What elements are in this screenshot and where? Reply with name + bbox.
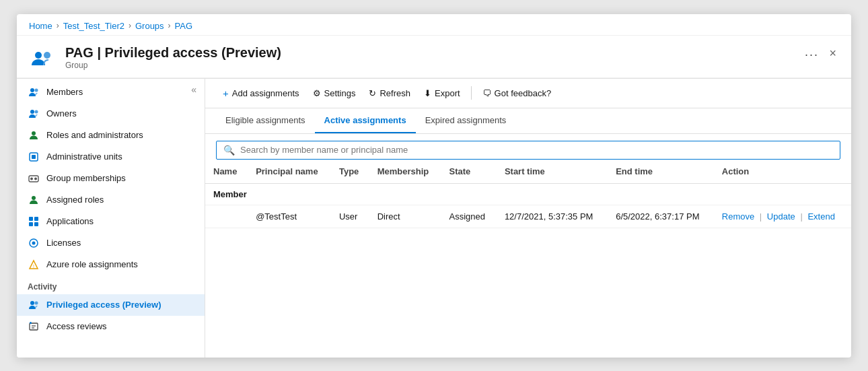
toolbar-separator [471,86,472,100]
group-memberships-icon [28,172,40,184]
sidebar-item-group-memberships[interactable]: Group memberships [17,168,205,189]
cell-principal-name: @TestTest [248,205,331,228]
users-icon [28,86,40,98]
cell-end-time: 6/5/2022, 6:37:17 PM [608,205,714,228]
extend-link[interactable]: Extend [807,211,834,222]
add-assignments-button[interactable]: + Add assignments [216,84,306,102]
sidebar-item-applications[interactable]: Applications [17,211,205,232]
settings-button[interactable]: ⚙ Settings [306,85,363,102]
remove-link[interactable]: Remove [722,211,754,222]
section-label-member: Member [205,183,851,205]
action-sep-2: | [800,211,802,222]
applications-icon [28,215,40,228]
sidebar-label-members: Members [46,87,83,97]
sidebar-item-licenses[interactable]: Licenses [17,232,205,254]
export-icon: ⬇ [424,88,431,98]
svg-point-5 [35,110,38,113]
sidebar-label-roles-admins: Roles and administrators [46,130,143,140]
breadcrumb-pag[interactable]: PAG [175,21,193,31]
svg-point-10 [30,177,33,180]
svg-rect-8 [32,155,36,159]
refresh-icon: ↻ [369,88,376,98]
cell-action: Remove | Update | Extend [714,205,851,228]
svg-point-21 [30,301,34,305]
privileged-access-icon [28,299,40,311]
update-link[interactable]: Update [767,211,795,222]
search-bar: 🔍 [216,141,840,160]
breadcrumb-sep-2: › [129,21,131,30]
col-state: State [441,160,497,184]
sidebar-label-assigned-roles: Assigned roles [46,195,104,205]
tab-eligible-assignments[interactable]: Eligible assignments [216,108,315,133]
sidebar-item-azure-roles[interactable]: ! Azure role assignments [17,254,205,275]
search-input[interactable] [240,145,833,155]
col-end-time: End time [608,160,714,184]
tab-active-assignments[interactable]: Active assignments [315,108,416,133]
sidebar-item-members[interactable]: Members [17,81,205,103]
assignments-table: Name Principal name Type Membership Stat… [205,160,851,228]
col-name: Name [205,160,248,184]
sidebar-label-group-memberships: Group memberships [46,173,126,183]
tabs-bar: Eligible assignments Active assignments … [205,108,851,134]
panel-more-options[interactable]: ··· [805,48,819,62]
sidebar-label-licenses: Licenses [46,238,81,248]
cell-membership: Direct [369,205,441,228]
feedback-button[interactable]: 🗨 Got feedback? [476,85,558,102]
svg-point-0 [35,52,42,59]
panel-title-area: PAG | Privileged access (Preview) Group [65,45,839,70]
sidebar-label-privileged-access: Privileged access (Preview) [46,300,161,310]
cell-state: Assigned [441,205,497,228]
svg-point-22 [35,301,38,304]
panel-close-button[interactable]: × [825,45,840,62]
sidebar-item-roles-admins[interactable]: Roles and administrators [17,125,205,146]
feedback-icon: 🗨 [482,88,491,98]
sidebar: « Members Owners Roles and administrator… [17,79,205,358]
sidebar-label-admin-units: Administrative units [46,151,122,162]
svg-point-12 [32,196,36,200]
sidebar-item-privileged-access[interactable]: Privileged access (Preview) [17,294,205,316]
licenses-icon [28,237,40,249]
svg-point-11 [34,177,37,180]
section-row-member: Member [205,183,851,205]
users-icon-owners [28,108,40,120]
svg-point-4 [30,110,34,114]
sidebar-activity-label: Activity [17,275,205,294]
settings-icon: ⚙ [313,88,321,98]
svg-text:!: ! [33,264,34,269]
svg-rect-15 [29,222,33,226]
breadcrumb-groups[interactable]: Groups [135,21,164,31]
table-container: Name Principal name Type Membership Stat… [205,160,851,358]
svg-point-3 [35,88,38,92]
svg-rect-23 [30,323,38,330]
sidebar-label-azure-roles: Azure role assignments [46,259,138,269]
breadcrumb-home[interactable]: Home [29,21,52,31]
sidebar-item-access-reviews[interactable]: Access reviews [17,316,205,337]
panel-header: PAG | Privileged access (Preview) Group … [17,36,851,78]
admin-units-icon [28,151,40,163]
col-membership: Membership [369,160,441,184]
breadcrumb: Home › Test_Test_Tier2 › Groups › PAG [17,14,851,36]
col-type: Type [331,160,369,184]
refresh-button[interactable]: ↻ Refresh [362,85,417,102]
main-content: « Members Owners Roles and administrator… [17,79,851,358]
tab-expired-assignments[interactable]: Expired assignments [416,108,516,133]
main-window: Home › Test_Test_Tier2 › Groups › PAG PA… [17,14,851,358]
cell-type: User [331,205,369,228]
sidebar-label-access-reviews: Access reviews [46,321,107,331]
sidebar-label-owners: Owners [46,108,77,119]
svg-point-18 [32,241,36,244]
panel-icon [29,45,56,72]
toolbar: + Add assignments ⚙ Settings ↻ Refresh ⬇… [205,79,851,108]
sidebar-item-assigned-roles[interactable]: Assigned roles [17,189,205,211]
svg-point-1 [44,52,50,59]
col-principal-name: Principal name [248,160,331,184]
svg-point-6 [32,131,36,135]
breadcrumb-tier2[interactable]: Test_Test_Tier2 [63,21,124,31]
panel-subtitle: Group [65,61,839,70]
cell-name [205,205,248,228]
sidebar-item-owners[interactable]: Owners [17,103,205,125]
export-button[interactable]: ⬇ Export [417,85,467,102]
sidebar-item-admin-units[interactable]: Administrative units [17,146,205,168]
panel-title: PAG | Privileged access (Preview) [65,45,839,61]
sidebar-collapse-button[interactable]: « [188,83,199,96]
